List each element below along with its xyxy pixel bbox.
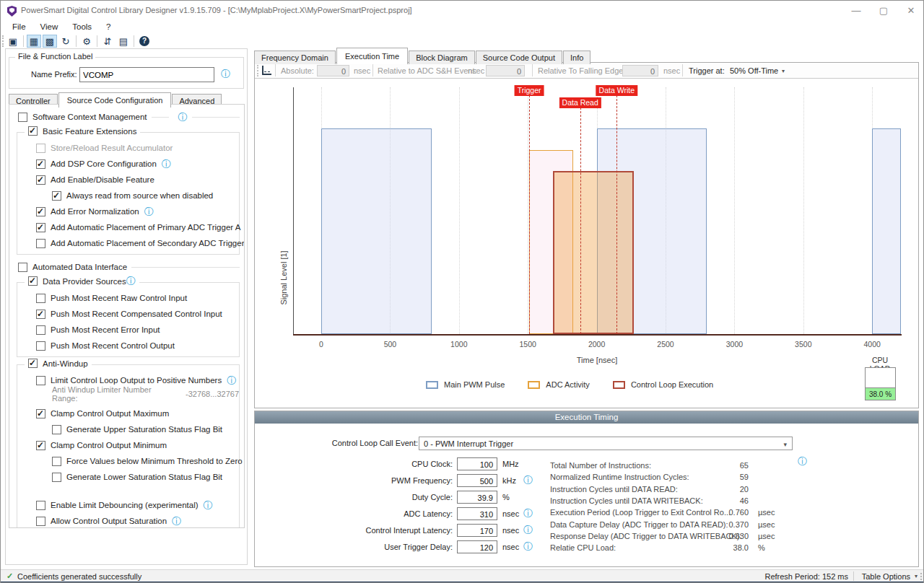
checkbox[interactable] — [28, 359, 38, 368]
info-icon[interactable]: ⓘ — [798, 457, 807, 466]
save-icon[interactable]: ▣ — [6, 35, 20, 48]
checkbox[interactable] — [52, 425, 61, 434]
close-button[interactable]: ✕ — [897, 1, 924, 20]
checkbox-row: Add DSP Core Configurationⓘ — [17, 156, 239, 172]
legend-label: Main PWM Pulse — [444, 380, 505, 389]
timing-result-row: Instruction Cycles until DATA READ:20 — [255, 484, 594, 496]
toolbar-grip[interactable] — [2, 35, 5, 47]
y-axis-label: Signal Level [1] — [279, 250, 288, 304]
checkbox[interactable] — [36, 223, 45, 232]
checkbox-label: Add Automatic Placement of Primary ADC T… — [51, 223, 240, 232]
divider — [23, 35, 24, 47]
checkbox[interactable] — [36, 409, 45, 418]
window-title: PowerSmart Digital Control Library Desig… — [21, 6, 412, 14]
checkbox[interactable] — [36, 207, 45, 216]
checkbox[interactable] — [36, 294, 45, 303]
import-config-icon[interactable]: ▤ — [116, 35, 131, 48]
checkbox[interactable] — [36, 501, 45, 510]
tab-block-diagram[interactable]: Block Diagram — [409, 51, 475, 64]
info-icon[interactable]: ⓘ — [221, 69, 230, 79]
x-tick-label: 500 — [375, 340, 404, 349]
legend-swatch — [613, 381, 625, 389]
info-icon[interactable]: ⓘ — [126, 276, 136, 286]
checkbox[interactable] — [36, 341, 45, 351]
result-label: Instruction Cycles until DATA READ: — [550, 485, 678, 494]
x-tick-label: 4000 — [858, 340, 886, 349]
divider — [853, 571, 854, 581]
checkbox-row: Add Automatic Placement of Secondary ADC… — [17, 235, 239, 251]
status-bar: ✓ Coefficients generated successfully Re… — [1, 569, 923, 582]
data-write-marker: Data Write — [596, 85, 637, 96]
checkbox-row: Store/Reload Result Accumulator — [17, 140, 239, 156]
info-icon[interactable]: ⓘ — [227, 376, 236, 385]
cpu-load-fill: 38.0 % — [866, 387, 895, 400]
divider — [192, 117, 240, 118]
minimize-button[interactable]: — — [842, 1, 870, 20]
name-prefix-input[interactable] — [79, 67, 214, 82]
call-event-select[interactable]: 0 - PWM Interrupt Trigger ▾ — [419, 437, 793, 450]
checkbox[interactable] — [52, 473, 61, 482]
result-label: Data Capture Delay (ADC Trigger to DATA … — [550, 520, 728, 529]
checkbox[interactable] — [36, 310, 45, 319]
info-icon[interactable]: ⓘ — [178, 113, 188, 122]
main-toolbar: ▣▦▩↻⚙⇵▤? — [1, 34, 152, 48]
result-label: Total Number of Instructions: — [550, 461, 651, 470]
checkbox[interactable] — [36, 239, 45, 248]
trigger-marker: Trigger — [515, 85, 544, 96]
settings-gear-icon[interactable]: ⚙ — [79, 35, 94, 48]
checkbox[interactable] — [36, 144, 45, 153]
checkbox[interactable] — [36, 175, 45, 185]
group-checkbox-label: Anti-Windup — [43, 359, 88, 368]
table-view-icon[interactable]: ▦ — [27, 35, 41, 48]
tab-info[interactable]: Info — [563, 51, 590, 64]
tab-source-code-output[interactable]: Source Code Output — [476, 51, 562, 64]
x-axis — [293, 334, 902, 336]
checkbox-label: Add DSP Core Configuration — [51, 159, 157, 168]
tab-execution-time[interactable]: Execution Time — [336, 48, 408, 64]
checkbox-row: Always read from source when disabled — [17, 188, 239, 203]
menu-view[interactable]: View — [33, 21, 66, 34]
execution-timing-header: Execution Timing — [255, 411, 918, 424]
menu-file[interactable]: File — [5, 21, 33, 34]
refresh-icon[interactable]: ↻ — [58, 35, 73, 48]
checkbox-row: Add Error Normalizationⓘ — [17, 203, 239, 219]
cpu-load-value: 38.0 % — [866, 390, 895, 398]
tab-frequency-domain[interactable]: Frequency Domain — [254, 51, 336, 64]
checkbox-row: Add Automatic Placement of Primary ADC T… — [17, 219, 239, 235]
checkbox[interactable] — [36, 441, 45, 450]
checkbox-label: Force Values below Minimum Threshold to … — [66, 457, 243, 465]
maximize-button[interactable]: ▢ — [870, 1, 897, 20]
checkbox[interactable] — [36, 376, 45, 385]
resize-grip[interactable] — [916, 573, 922, 580]
checkbox-row: Push Most Recent Error Input — [17, 322, 239, 338]
checkbox[interactable] — [52, 457, 61, 466]
checkbox[interactable] — [28, 276, 38, 286]
info-icon[interactable]: ⓘ — [204, 501, 213, 510]
checkbox-row: Push Most Recent Compensated Control Inp… — [17, 306, 239, 322]
checkbox[interactable] — [36, 159, 45, 169]
tab-source-code-configuration[interactable]: Source Code Configuration — [58, 92, 172, 108]
help-icon[interactable]: ? — [137, 35, 152, 48]
file-function-label-group: File & Function Label Name Prefix: ⓘ — [9, 57, 244, 89]
checkbox[interactable] — [18, 113, 27, 122]
table-clock-icon[interactable]: ▩ — [43, 35, 57, 48]
group-title: File & Function Label — [15, 52, 95, 61]
checkbox-label: Enable Limit Debouncing (experimental) — [51, 501, 199, 509]
checkbox[interactable] — [52, 191, 61, 201]
checkbox[interactable] — [36, 325, 45, 335]
checkbox[interactable] — [28, 126, 38, 136]
export-code-icon[interactable]: ⇵ — [100, 35, 115, 48]
result-label: Execution Period (Loop Trigger to Exit C… — [550, 508, 731, 517]
table-options-button[interactable]: Table Options — [862, 572, 910, 581]
divider — [152, 117, 169, 118]
menu-help[interactable]: ? — [99, 21, 118, 34]
info-icon[interactable]: ⓘ — [162, 159, 171, 169]
checkbox[interactable] — [18, 263, 27, 272]
legend-label: ADC Activity — [546, 380, 590, 389]
checkbox-row: Clamp Control Output Maximum — [17, 406, 239, 421]
checkbox-row: Enable Limit Debouncing (experimental)ⓘ — [17, 497, 239, 513]
checkbox[interactable] — [36, 517, 45, 526]
info-icon[interactable]: ⓘ — [172, 517, 181, 526]
menu-tools[interactable]: Tools — [65, 21, 99, 34]
info-icon[interactable]: ⓘ — [144, 207, 154, 216]
